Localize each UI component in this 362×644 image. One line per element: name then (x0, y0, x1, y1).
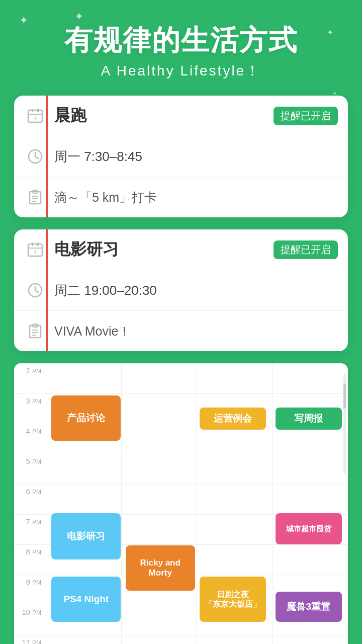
time-10pm: 10 PM (14, 605, 45, 635)
card2-reminder[interactable]: 提醒已开启 (274, 240, 338, 259)
card-morning-run: 7 晨跑 提醒已开启 周一 7:30–8:45 (14, 96, 348, 217)
card2-title-area: 电影研习 提醒已开启 (54, 238, 338, 261)
card2-title: 电影研习 (54, 238, 119, 261)
calendar-grid: 2 PM 3 PM 4 PM 5 PM 6 PM 7 PM 8 PM 9 PM (14, 363, 348, 644)
svg-rect-1 (32, 109, 33, 112)
event-ps4-night[interactable]: PS4 Night (51, 577, 121, 622)
svg-line-20 (35, 290, 38, 292)
event-ricky-morty[interactable]: Ricky and Morty (126, 545, 195, 591)
card2-time: 周二 19:00–20:30 (54, 282, 157, 299)
svg-text:7: 7 (34, 250, 37, 256)
card-accent-line (46, 96, 48, 217)
time-4pm: 4 PM (14, 424, 45, 454)
header-subtitle: A Healthy Lifestyle！ (20, 61, 342, 80)
calendar-section: 2 PM 3 PM 4 PM 5 PM 6 PM 7 PM 8 PM 9 PM (14, 363, 348, 644)
time-6pm: 6 PM (14, 484, 45, 514)
svg-rect-15 (37, 243, 39, 246)
clock-icon-2 (24, 279, 46, 301)
time-8pm: 8 PM (14, 544, 45, 575)
event-moshou[interactable]: 魔兽3重置 (276, 592, 342, 622)
card1-time: 周一 7:30–8:45 (54, 148, 142, 166)
header: 有规律的生活方式 A Healthy Lifestyle！ (0, 0, 362, 96)
card-note-row: 滴～「5 km」打卡 (14, 177, 348, 217)
card1-note: 滴～「5 km」打卡 (54, 189, 157, 206)
svg-rect-2 (37, 109, 39, 112)
calendar-icon-2: 7 (24, 238, 46, 261)
event-xiezhoubao[interactable]: 写周报 (276, 408, 342, 430)
time-column: 2 PM 3 PM 4 PM 5 PM 6 PM 7 PM 8 PM 9 PM (14, 363, 45, 644)
time-2pm: 2 PM (14, 363, 45, 393)
svg-text:7: 7 (34, 116, 37, 122)
card2-accent-line (46, 229, 48, 351)
event-chandao[interactable]: 产品讨论 (51, 395, 121, 441)
card2-time-row: 周二 19:00–20:30 (14, 270, 348, 311)
time-9pm: 9 PM (14, 575, 45, 605)
card-time-row: 周一 7:30–8:45 (14, 136, 348, 177)
events-area: 产品讨论 运营例会 写周报 电影研习 城市超市囤货 Ricky and Mort… (45, 363, 348, 644)
event-yunyinglihui[interactable]: 运营例会 (200, 408, 266, 430)
time-5pm: 5 PM (14, 454, 45, 484)
event-rijuziye[interactable]: 日剧之夜 「东京大饭店」 (200, 577, 266, 622)
card-title-row: 7 晨跑 提醒已开启 (14, 96, 348, 136)
event-dianyingyanxi[interactable]: 电影研习 (51, 513, 121, 559)
scroll-track (343, 373, 346, 474)
time-11pm: 11 PM (14, 635, 45, 644)
calendar-icon: 7 (24, 105, 46, 127)
card2-title-row: 7 电影研习 提醒已开启 (14, 229, 348, 270)
scroll-thumb (343, 383, 346, 409)
header-title: 有规律的生活方式 (20, 24, 342, 56)
event-chaoShiDunhuo[interactable]: 城市超市囤货 (276, 513, 342, 544)
card1-reminder[interactable]: 提醒已开启 (274, 107, 338, 125)
card2-note: VIVA Movie！ (54, 323, 131, 340)
card2-note-row: VIVA Movie！ (14, 311, 348, 351)
card-title-area: 晨跑 提醒已开启 (54, 105, 338, 127)
time-7pm: 7 PM (14, 514, 45, 544)
clipboard-icon (24, 186, 46, 208)
svg-rect-14 (32, 243, 33, 246)
card-movie-study: 7 电影研习 提醒已开启 周二 19:00–20:30 (14, 229, 348, 351)
clock-icon (24, 145, 46, 168)
svg-line-7 (35, 156, 38, 158)
time-3pm: 3 PM (14, 393, 45, 424)
clipboard-icon-2 (24, 320, 46, 342)
card1-title: 晨跑 (54, 105, 86, 127)
